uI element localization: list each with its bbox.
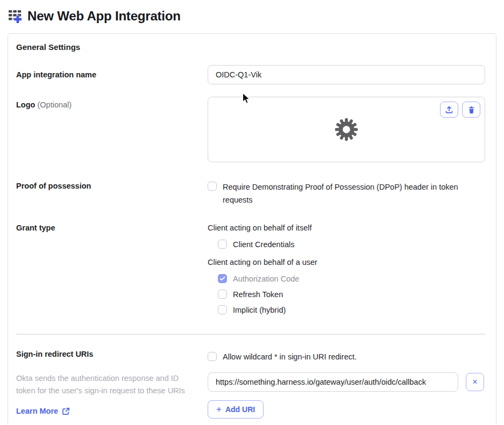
app-name-input[interactable] bbox=[208, 65, 485, 84]
remove-uri-button[interactable]: × bbox=[466, 373, 484, 391]
section-divider bbox=[16, 334, 485, 335]
wildcard-option-row: Allow wildcard * in sign-in URI redirect… bbox=[208, 349, 485, 363]
page-header: New Web App Integration bbox=[0, 0, 504, 24]
signin-redirect-label: Sign-in redirect URIs bbox=[16, 349, 208, 359]
redirect-uri-row: × bbox=[208, 372, 485, 392]
logo-placeholder bbox=[208, 97, 485, 162]
dpop-checkbox-label[interactable]: Require Demonstrating Proof of Possessio… bbox=[223, 181, 471, 206]
grant-option-authorization-code: Authorization Code bbox=[218, 273, 485, 285]
authorization-code-checkbox bbox=[218, 274, 227, 283]
gear-icon bbox=[335, 118, 358, 141]
external-link-icon bbox=[62, 407, 70, 415]
page-title: New Web App Integration bbox=[27, 9, 181, 24]
grant-type-row: Grant type Client acting on behalf of it… bbox=[16, 222, 485, 320]
signin-redirect-row: Sign-in redirect URIs Okta sends the aut… bbox=[16, 349, 485, 419]
add-uri-button[interactable]: + Add URI bbox=[208, 400, 264, 419]
proof-of-possession-row: Proof of possession Require Demonstratin… bbox=[16, 181, 485, 206]
plus-icon: + bbox=[216, 404, 222, 415]
client-credentials-checkbox[interactable] bbox=[218, 240, 227, 249]
proof-of-possession-label: Proof of possession bbox=[16, 182, 91, 190]
section-title: General Settings bbox=[16, 42, 485, 52]
refresh-token-label[interactable]: Refresh Token bbox=[233, 289, 283, 300]
grant-option-client-credentials: Client Credentials bbox=[218, 239, 485, 250]
app-name-label: App integration name bbox=[16, 70, 96, 79]
general-settings-card: General Settings App integration name Lo… bbox=[8, 33, 496, 425]
wildcard-checkbox-label[interactable]: Allow wildcard * in sign-in URI redirect… bbox=[223, 351, 357, 363]
add-uri-label: Add URI bbox=[225, 405, 255, 414]
signin-redirect-description: Okta sends the authentication response a… bbox=[16, 372, 199, 397]
grant-group-user-title: Client acting on behalf of a user bbox=[208, 257, 485, 268]
implicit-hybrid-label[interactable]: Implicit (hybrid) bbox=[233, 304, 286, 316]
grant-group-self-title: Client acting on behalf of itself bbox=[208, 222, 485, 233]
logo-dropzone[interactable] bbox=[208, 97, 485, 162]
logo-optional-hint: (Optional) bbox=[37, 100, 72, 109]
grant-option-refresh-token: Refresh Token bbox=[218, 289, 485, 300]
learn-more-label: Learn More bbox=[16, 407, 58, 415]
redirect-uri-input[interactable] bbox=[208, 372, 458, 392]
refresh-token-checkbox[interactable] bbox=[218, 290, 227, 299]
implicit-hybrid-checkbox[interactable] bbox=[218, 305, 227, 314]
close-icon: × bbox=[472, 378, 477, 386]
app-grid-plus-icon bbox=[8, 9, 23, 24]
grant-type-label: Grant type bbox=[16, 224, 55, 232]
wildcard-checkbox[interactable] bbox=[208, 352, 217, 361]
grant-option-implicit: Implicit (hybrid) bbox=[218, 304, 485, 316]
dpop-checkbox[interactable] bbox=[208, 182, 217, 191]
client-credentials-label[interactable]: Client Credentials bbox=[233, 239, 294, 250]
logo-label: Logo (Optional) bbox=[16, 100, 72, 109]
authorization-code-label: Authorization Code bbox=[233, 273, 299, 285]
app-name-row: App integration name bbox=[16, 65, 485, 84]
logo-row: Logo (Optional) bbox=[16, 97, 485, 162]
learn-more-link[interactable]: Learn More bbox=[16, 407, 70, 415]
